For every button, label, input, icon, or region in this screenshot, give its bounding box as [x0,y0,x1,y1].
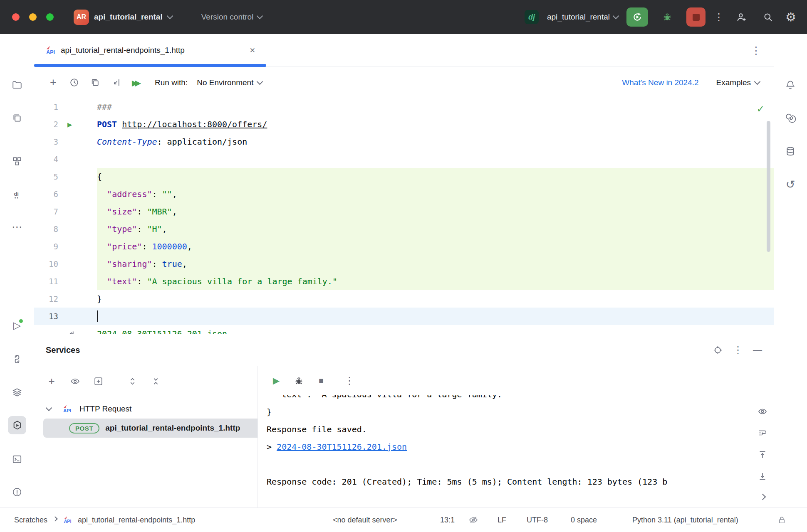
structure-icon[interactable] [8,152,26,170]
response-file-link[interactable]: 2024-08-30T151126.201.json [277,442,407,452]
encoding-widget[interactable]: UTF-8 [527,516,548,525]
rerun-button[interactable] [626,7,648,27]
services-panel: Services ⋮ — + [34,334,774,508]
project-widget[interactable]: AR api_tutorial_rental [74,10,172,25]
environment-dropdown[interactable]: No Environment [197,78,262,87]
breadcrumb-file[interactable]: api_tutorial_rental-endpoints_1.http [78,516,195,525]
collapse-all-icon[interactable] [146,372,165,390]
request-history-button[interactable] [65,74,83,92]
lock-icon[interactable] [777,515,787,525]
notifications-bell-icon[interactable] [781,76,800,94]
import-requests-button[interactable] [106,74,125,92]
layers-icon[interactable] [8,383,26,401]
code-editor[interactable]: 1###2▶POST http://localhost:8000/offers/… [34,98,774,334]
run-configuration-selector[interactable]: api_tutorial_rental [547,12,618,22]
terminal-icon[interactable] [8,450,26,468]
code-with-me-button[interactable] [732,7,750,27]
debug-request-button[interactable] [290,372,308,390]
zoom-window-button[interactable] [46,13,54,21]
target-icon[interactable] [713,345,723,355]
soft-wrap-icon[interactable] [754,424,771,442]
preview-eye-icon[interactable] [754,403,771,420]
python-interpreter-widget[interactable]: Python 3.11 (api_tutorial_rental) [632,516,738,525]
python-packages-icon[interactable] [8,350,26,368]
console-line[interactable]: Response code: 201 (Created); Time: 5ms … [267,473,740,490]
examples-dropdown[interactable]: Examples [716,78,760,87]
di-tool-icon[interactable]: di [8,186,26,204]
problems-icon[interactable] [8,483,26,501]
titlebar-more-menu[interactable]: ⋮ [714,12,724,22]
editor-scrollbar[interactable] [767,121,770,252]
vcs-widget[interactable]: Version control [201,12,262,22]
editor-line[interactable]: 2024-08-30T151126.201.json [34,325,774,334]
editor-line[interactable]: 3Content-Type: application/json [34,133,774,150]
request-url[interactable]: http://localhost:8000/offers/ [122,119,267,129]
restore-history-icon[interactable]: ↺ [781,175,800,194]
open-in-new-tab-icon[interactable] [89,372,107,390]
add-service-button[interactable]: + [42,372,61,390]
stop-button[interactable] [686,7,706,27]
rerun-request-button[interactable]: ▶ [267,372,285,390]
editor-line[interactable]: 2▶POST http://localhost:8000/offers/ [34,116,774,133]
editor-line[interactable]: 6 "address": "", [34,185,774,203]
console-line[interactable]: Response file saved. [267,421,740,438]
close-tab-icon[interactable]: ✕ [250,46,255,55]
inspections-off-eye-icon[interactable] [468,515,478,525]
run-request-gutter-icon[interactable]: ▶ [67,121,72,128]
console-line[interactable]: } [267,403,740,421]
close-window-button[interactable] [12,13,20,21]
editor-line[interactable]: 1### [34,98,774,116]
console-options-kebab[interactable]: ⋮ [340,372,359,390]
expand-all-icon[interactable] [123,372,141,390]
breadcrumb[interactable]: Scratches API api_tutorial_rental-endpoi… [14,515,195,525]
scroll-to-end-icon[interactable] [754,468,771,485]
debug-button[interactable] [656,7,678,27]
hide-panel-button[interactable]: — [753,345,762,355]
response-console[interactable]: "text": "A spacious villa for a large fa… [258,395,774,508]
run-all-requests-button[interactable]: ▶▶ [127,74,146,92]
response-arrow-icon[interactable] [67,330,76,334]
commit-windows-icon[interactable] [8,109,26,127]
services-options-kebab[interactable]: ⋮ [733,344,743,356]
database-icon[interactable] [781,142,800,160]
minimize-window-button[interactable] [29,13,37,21]
ai-assistant-coil-icon[interactable] [781,109,800,127]
editor-line[interactable]: 12} [34,290,774,308]
editor-line[interactable]: 9 "price": 1000000, [34,238,774,255]
console-line[interactable]: > 2024-08-30T151126.201.json [267,438,740,456]
run-tool-icon[interactable]: ▷ [8,316,26,335]
stop-process-button[interactable]: ■ [312,372,330,390]
services-tool-icon[interactable] [8,416,26,434]
breadcrumb-root[interactable]: Scratches [14,516,47,525]
whats-new-link[interactable]: What's New in 2024.2 [622,78,698,87]
code-token: "H" [147,224,162,234]
tree-node-http-request[interactable]: API HTTP Request [34,399,257,419]
line-separator-widget[interactable]: LF [498,516,506,525]
editor-line[interactable]: 4 [34,150,774,168]
editor-line[interactable]: 13 [34,308,774,325]
editor-tab[interactable]: API api_tutorial_rental-endpoints_1.http… [34,34,266,66]
tree-node-request[interactable]: POST api_tutorial_rental-endpoints_1.htt… [43,419,257,438]
editor-line[interactable]: 8 "type": "H", [34,220,774,238]
editor-line[interactable]: 5{ [34,168,774,185]
search-everywhere-button[interactable] [759,7,777,27]
view-options-eye-icon[interactable] [66,372,84,390]
scroll-to-top-icon[interactable] [754,446,771,463]
default-server-widget[interactable]: <no default server> [333,516,397,525]
settings-gear-icon[interactable]: ⚙ [785,11,796,23]
console-line[interactable] [267,456,740,473]
indent-widget[interactable]: 0 space [571,516,597,525]
add-request-button[interactable]: + [44,74,62,92]
inspections-ok-icon[interactable]: ✓ [757,102,764,115]
caret-position-widget[interactable]: 13:1 [440,516,455,525]
editor-line[interactable]: 10 "sharing": true, [34,255,774,273]
project-folder-icon[interactable] [8,76,26,94]
copy-request-button[interactable] [86,74,104,92]
more-tool-windows-icon[interactable]: ⋯ [8,218,26,236]
editor-line[interactable]: 7 "size": "MBR", [34,203,774,220]
response-file-link[interactable]: 2024-08-30T151126.201.json [97,329,227,334]
console-line[interactable]: "text": "A spacious villa for a large fa… [267,395,740,403]
editor-line[interactable]: 11 "text": "A spacious villa for a large… [34,273,774,290]
tab-options-kebab[interactable]: ⋮ [751,44,761,57]
chevron-right-icon[interactable] [754,489,771,507]
